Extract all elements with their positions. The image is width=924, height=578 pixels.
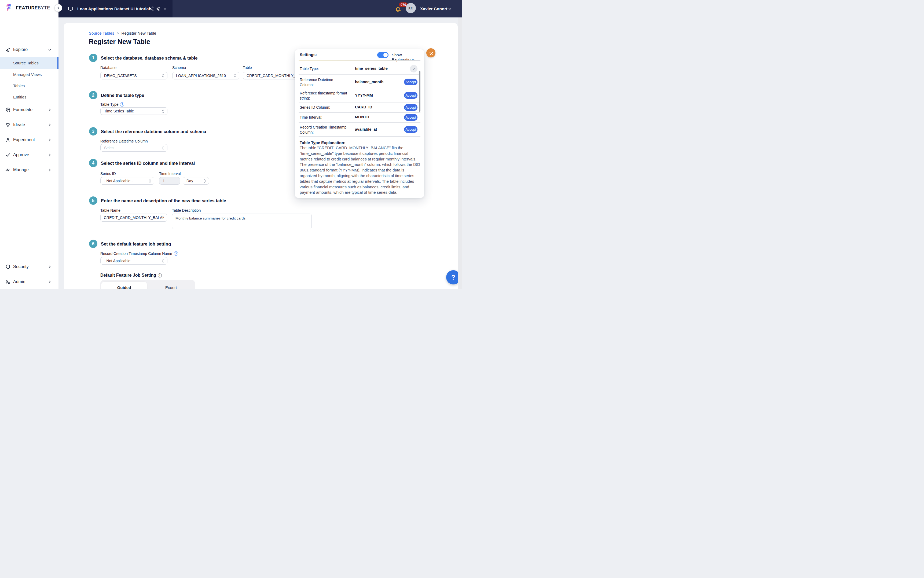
row-ref-datetime-value: balance_month bbox=[355, 80, 383, 84]
chevron-down-icon bbox=[48, 48, 52, 52]
table-name-input[interactable] bbox=[101, 214, 167, 222]
sidebar-group-formulate[interactable]: Formulate bbox=[0, 104, 58, 115]
app-root: FEATUREBYTE Explore Source Tables Manage… bbox=[0, 0, 462, 289]
chevron-right-icon bbox=[48, 153, 52, 157]
panel-scrollbar-thumb[interactable] bbox=[419, 71, 420, 112]
panel-divider bbox=[298, 112, 420, 113]
share-network-icon[interactable] bbox=[149, 0, 154, 18]
default-feature-job-setting-label: Default Feature Job Setting i bbox=[101, 273, 162, 278]
schema-select[interactable]: LOAN_APPLICATIONS_2510 bbox=[172, 72, 239, 80]
select-chevrons-icon bbox=[162, 109, 164, 114]
sidebar-item-managed-views[interactable]: Managed Views bbox=[0, 69, 58, 80]
chevron-right-icon bbox=[48, 168, 52, 172]
user-name: Xavier Conort bbox=[420, 0, 447, 18]
series-id-label: Series ID bbox=[101, 172, 116, 176]
step-5-badge: 5 bbox=[89, 196, 97, 205]
row-series-id-value: CARD_ID bbox=[355, 105, 372, 109]
sidebar: FEATUREBYTE Explore Source Tables Manage… bbox=[0, 0, 58, 289]
sidebar-item-label: Managed Views bbox=[13, 72, 42, 77]
sidebar-group-approve[interactable]: Approve bbox=[0, 149, 58, 160]
avatar-initials: XC bbox=[408, 6, 413, 10]
row-table-type-value: time_series_table bbox=[355, 66, 388, 71]
breadcrumb-source-tables[interactable]: Source Tables bbox=[89, 31, 114, 36]
explanation-text: The table "CREDIT_CARD_MONTHLY_BALANCE" … bbox=[300, 145, 421, 195]
head-gear-icon bbox=[5, 107, 11, 113]
table-description-label: Table Description bbox=[172, 208, 201, 213]
table-description-input[interactable]: Monthly balance summaries for credit car… bbox=[172, 214, 312, 229]
ref-datetime-select[interactable]: Select bbox=[101, 144, 167, 152]
brand-logo: FEATUREBYTE bbox=[5, 3, 50, 13]
table-name-label: Table Name bbox=[101, 208, 120, 213]
workspace-tab[interactable]: Loan Applications Dataset UI tutorial bbox=[58, 0, 172, 18]
accept-ref-datetime-button[interactable]: Accept bbox=[404, 79, 417, 85]
sidebar-group-label: Experiment bbox=[13, 137, 35, 142]
sidebar-group-manage[interactable]: Manage bbox=[0, 164, 58, 175]
panel-divider bbox=[298, 122, 420, 123]
monitor-icon bbox=[68, 0, 73, 18]
accept-ref-format-button[interactable]: Accept bbox=[404, 92, 417, 99]
time-interval-unit-select[interactable]: Day bbox=[183, 177, 209, 185]
sidebar-item-source-tables[interactable]: Source Tables bbox=[0, 57, 58, 69]
sidebar-group-ideate[interactable]: Ideate bbox=[0, 119, 58, 130]
row-ref-format-value: YYYY-MM bbox=[355, 93, 373, 97]
chevron-right-icon bbox=[48, 280, 52, 284]
chevron-down-icon[interactable] bbox=[163, 0, 167, 18]
notifications-button[interactable]: 979 bbox=[395, 4, 405, 15]
time-interval-input: 1 bbox=[159, 177, 180, 185]
accepted-check-icon bbox=[410, 65, 417, 73]
info-icon[interactable]: i bbox=[158, 273, 162, 278]
guided-tab-label: Guided bbox=[117, 285, 131, 289]
row-record-creation-value: available_at bbox=[355, 127, 377, 132]
chevron-right-icon bbox=[48, 123, 52, 127]
sidebar-item-entities[interactable]: Entities bbox=[0, 91, 58, 103]
breadcrumb-current: Register New Table bbox=[122, 31, 156, 36]
row-time-interval-label: Time Interval: bbox=[300, 115, 347, 120]
show-explanations-toggle[interactable] bbox=[377, 52, 389, 58]
accept-time-interval-button[interactable]: Accept bbox=[404, 114, 417, 121]
step-5-title: Enter the name and description of the ne… bbox=[101, 198, 226, 203]
ref-datetime-placeholder: Select bbox=[104, 146, 162, 150]
step-6-title: Set the default feature job setting bbox=[101, 242, 171, 247]
select-chevrons-icon bbox=[203, 179, 206, 183]
settings-panel: Settings: Show Explanations Table Type: … bbox=[295, 49, 424, 198]
series-id-select[interactable]: - Not Applicable - bbox=[101, 177, 154, 185]
chevron-right-icon bbox=[48, 138, 52, 142]
help-question-icon[interactable]: ? bbox=[120, 102, 124, 107]
row-ref-datetime-label: Reference Datetime Column: bbox=[300, 77, 347, 88]
sidebar-group-experiment[interactable]: Experiment bbox=[0, 135, 58, 145]
page-title: Register New Table bbox=[89, 38, 150, 45]
sidebar-collapse-button[interactable] bbox=[55, 4, 62, 12]
row-time-interval-value: MONTH bbox=[355, 115, 369, 119]
toggle-knob bbox=[383, 53, 388, 57]
accept-record-creation-button[interactable]: Accept bbox=[404, 126, 417, 133]
magic-wand-button[interactable] bbox=[426, 48, 435, 57]
sidebar-group-label: Ideate bbox=[13, 122, 25, 127]
avatar[interactable]: XC bbox=[406, 3, 416, 13]
step-1-badge: 1 bbox=[89, 54, 97, 62]
table-type-label-text: Table Type bbox=[101, 102, 118, 107]
page-scrollbar-track[interactable] bbox=[458, 18, 462, 289]
step-1-title: Select the database, database schema & t… bbox=[101, 55, 198, 61]
sidebar-item-tables[interactable]: Tables bbox=[0, 80, 58, 91]
database-select[interactable]: DEMO_DATASETS bbox=[101, 72, 167, 80]
flask-icon bbox=[5, 137, 11, 143]
sidebar-group-security[interactable]: Security bbox=[0, 261, 58, 272]
time-interval-unit-value: Day bbox=[186, 179, 203, 183]
guided-tab[interactable]: Guided bbox=[101, 282, 147, 289]
table-type-select[interactable]: Time Series Table bbox=[101, 107, 167, 115]
user-menu-chevron-icon[interactable] bbox=[448, 7, 452, 11]
record-creation-ts-select[interactable]: - Not Applicable - bbox=[101, 257, 167, 265]
accept-series-id-button[interactable]: Accept bbox=[404, 104, 417, 111]
settings-heading: Settings: bbox=[300, 52, 317, 57]
schema-label: Schema bbox=[172, 65, 186, 70]
lightbulb-icon bbox=[5, 122, 11, 128]
help-question-icon[interactable]: ? bbox=[174, 252, 178, 256]
expert-tab[interactable]: Expert bbox=[147, 280, 195, 289]
sidebar-group-admin[interactable]: Admin bbox=[0, 276, 58, 287]
brand-wordmark: FEATUREBYTE bbox=[16, 5, 50, 11]
select-chevrons-icon bbox=[162, 259, 164, 263]
breadcrumb-separator: > bbox=[117, 31, 119, 36]
breadcrumb: Source Tables > Register New Table bbox=[89, 31, 156, 36]
gear-icon[interactable] bbox=[156, 0, 161, 18]
sidebar-group-explore[interactable]: Explore bbox=[0, 44, 58, 55]
